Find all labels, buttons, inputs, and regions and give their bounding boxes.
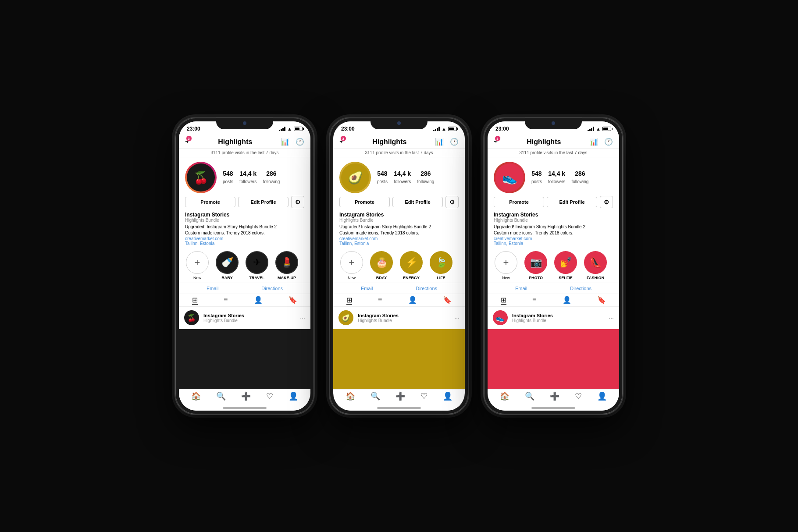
highlight-new-2[interactable]: + New: [339, 251, 364, 280]
highlight-energy-2[interactable]: ⚡ ENERGY: [399, 251, 424, 280]
profile-tab-1[interactable]: 👤: [289, 391, 298, 401]
history-icon-2[interactable]: 🕐: [450, 138, 459, 146]
highlight-travel-circle-1: ✈: [246, 251, 268, 274]
ig-title-3: Highlights: [499, 138, 589, 146]
highlight-baby-circle-1: 🍼: [216, 251, 239, 274]
settings-button-2[interactable]: ⚙: [445, 196, 459, 208]
highlight-selfie-3[interactable]: 💅 SELFIE: [553, 251, 578, 280]
home-tab-2[interactable]: 🏠: [346, 391, 355, 401]
add-tab-2[interactable]: ➕: [395, 391, 405, 401]
bookmark-tab-3[interactable]: 🔖: [597, 296, 606, 305]
directions-button-2[interactable]: Directions: [416, 286, 437, 291]
highlight-new-label-3: New: [502, 276, 510, 280]
post-name-1: Instagram Stories: [203, 313, 296, 318]
highlight-photo-3[interactable]: 📷 PHOTO: [524, 251, 548, 280]
ig-navbar-right-1: 📊 🕐: [281, 138, 304, 146]
search-tab-2[interactable]: 🔍: [370, 391, 380, 401]
history-icon-1[interactable]: 🕐: [296, 138, 304, 146]
bio-name-3: Instagram Stories: [494, 212, 613, 218]
bookmark-tab-1[interactable]: 🔖: [289, 296, 297, 305]
heart-tab-2[interactable]: ♡: [420, 391, 428, 401]
highlight-new-1[interactable]: + New: [185, 251, 210, 280]
add-tab-1[interactable]: ➕: [241, 391, 251, 401]
battery-fill-2: [449, 128, 454, 130]
chart-icon-2[interactable]: 📊: [435, 138, 444, 146]
history-icon-3[interactable]: 🕐: [604, 138, 613, 146]
settings-button-1[interactable]: ⚙: [291, 196, 304, 208]
visits-text-1: 3111 profile visits in the last 7 days: [210, 150, 278, 155]
list-tab-2[interactable]: ≡: [378, 296, 382, 305]
email-button-3[interactable]: Email: [515, 286, 527, 291]
highlight-travel-1[interactable]: ✈ TRAVEL: [245, 251, 269, 280]
grid-tab-3[interactable]: ⊞: [501, 296, 506, 305]
add-button-3[interactable]: +3: [494, 137, 499, 146]
profile-tab-3[interactable]: 👤: [597, 391, 607, 401]
directions-button-3[interactable]: Directions: [570, 286, 591, 291]
tag-tab-3[interactable]: 👤: [563, 296, 571, 305]
profile-tab-2[interactable]: 👤: [443, 391, 452, 401]
home-bar-2: [333, 403, 465, 411]
promote-button-1[interactable]: Promote: [185, 197, 235, 207]
add-button-2[interactable]: +3: [339, 137, 344, 146]
bio-link-3[interactable]: creativemarket.com: [494, 236, 613, 241]
stat-following-num-1: 286: [263, 170, 280, 177]
stat-posts-num-2: 548: [377, 170, 388, 177]
screen-2: 23:00 ▲ +3 Highlights: [333, 121, 465, 411]
color-block-2: [333, 329, 465, 389]
highlights-row-1: + New 🍼 BABY ✈ TRAVEL 💄 MAKE-UP: [179, 248, 310, 283]
post-more-3[interactable]: ···: [609, 314, 614, 321]
post-more-1[interactable]: ···: [300, 314, 305, 321]
post-more-2[interactable]: ···: [454, 314, 460, 321]
bookmark-tab-2[interactable]: 🔖: [443, 296, 452, 305]
highlight-makeup-1[interactable]: 💄 MAKE-UP: [274, 251, 299, 280]
search-tab-1[interactable]: 🔍: [216, 391, 226, 401]
highlight-fashion-3[interactable]: 👠 FASHION: [583, 251, 608, 280]
grid-tab-2[interactable]: ⊞: [346, 296, 352, 305]
chart-icon-1[interactable]: 📊: [281, 138, 289, 146]
promote-button-2[interactable]: Promote: [339, 197, 390, 207]
highlight-bday-circle-2: 🎂: [370, 251, 393, 274]
highlight-life-2[interactable]: 🍃 LIFE: [429, 251, 453, 280]
list-tab-1[interactable]: ≡: [224, 296, 228, 305]
highlight-baby-1[interactable]: 🍼 BABY: [215, 251, 239, 280]
profile-header-2: 🥑 548 posts 14,4 k followers 286 followi…: [333, 157, 465, 196]
highlight-new-3[interactable]: + New: [494, 251, 518, 280]
stat-posts-label-3: posts: [531, 179, 542, 184]
edit-profile-button-1[interactable]: Edit Profile: [238, 197, 289, 207]
bio-link-1[interactable]: creativemarket.com: [185, 236, 304, 241]
bio-name-1: Instagram Stories: [185, 212, 304, 218]
search-tab-3[interactable]: 🔍: [525, 391, 534, 401]
directions-button-1[interactable]: Directions: [261, 286, 283, 291]
ig-navbar-right-2: 📊 🕐: [435, 138, 459, 146]
edit-profile-button-2[interactable]: Edit Profile: [392, 197, 443, 207]
add-button-1[interactable]: +3: [185, 137, 190, 146]
heart-tab-3[interactable]: ♡: [575, 391, 582, 401]
list-tab-3[interactable]: ≡: [532, 296, 536, 305]
stat-posts-num-3: 548: [531, 170, 542, 177]
tag-tab-1[interactable]: 👤: [254, 296, 263, 305]
highlight-selfie-label-3: SELFIE: [559, 276, 573, 280]
home-tab-3[interactable]: 🏠: [500, 391, 509, 401]
settings-button-3[interactable]: ⚙: [600, 196, 613, 208]
home-tab-1[interactable]: 🏠: [191, 391, 201, 401]
edit-profile-button-3[interactable]: Edit Profile: [547, 197, 597, 207]
highlight-makeup-circle-1: 💄: [275, 251, 298, 274]
highlight-energy-circle-2: ⚡: [400, 251, 423, 274]
home-indicator-3: [531, 407, 575, 409]
email-button-2[interactable]: Email: [361, 286, 373, 291]
post-sub-2: Highlights Bundle: [358, 318, 450, 323]
email-button-1[interactable]: Email: [207, 286, 219, 291]
ig-navbar-1: +3 Highlights 📊 🕐: [179, 134, 310, 149]
bio-link-2[interactable]: creativemarket.com: [339, 236, 459, 241]
add-badge-2: 3: [340, 135, 346, 142]
action-row-2: Email Directions: [333, 283, 465, 294]
promote-button-3[interactable]: Promote: [494, 197, 544, 207]
tag-tab-2[interactable]: 👤: [408, 296, 417, 305]
grid-tab-1[interactable]: ⊞: [192, 296, 198, 305]
chart-icon-3[interactable]: 📊: [589, 138, 598, 146]
add-tab-3[interactable]: ➕: [550, 391, 559, 401]
heart-tab-1[interactable]: ♡: [266, 391, 273, 401]
post-sub-3: Highlights Bundle: [512, 318, 604, 323]
post-meta-2: Instagram Stories Highlights Bundle: [358, 313, 450, 323]
highlight-bday-2[interactable]: 🎂 BDAY: [369, 251, 394, 280]
